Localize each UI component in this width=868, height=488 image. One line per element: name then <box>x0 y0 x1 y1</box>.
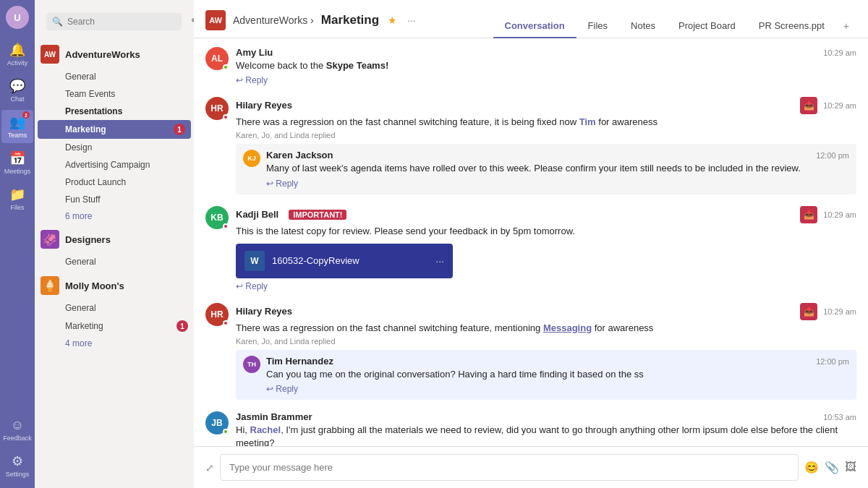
nav-label-activity: Activity <box>7 59 28 67</box>
nested-meta: Karen Jackson 12:00 pm <box>266 150 849 160</box>
channel-marketing-molly[interactable]: Marketing 1 <box>35 317 194 335</box>
nav-label-settings: Settings <box>6 471 30 478</box>
nav-item-chat[interactable]: 💬 Chat <box>1 74 33 107</box>
tab-notes[interactable]: Notes <box>619 14 667 38</box>
share-icon3: 📤 <box>800 303 817 320</box>
message-amyliu: AL Amy Liu 10:29 am Welcome back to the … <box>205 47 856 85</box>
tab-files[interactable]: Files <box>576 14 619 38</box>
replied-by: Karen, Jo, and Linda replied <box>236 131 856 140</box>
emoji-icon[interactable]: 😊 <box>804 461 819 474</box>
meetings-icon: 📅 <box>9 150 25 166</box>
avatar-amyliu: AL <box>205 47 229 70</box>
nav-item-teams[interactable]: 👥 2 Teams <box>1 110 33 143</box>
message-content-hilary2: Hilary Reyes 📤 10:29 am There was a regr… <box>236 303 856 400</box>
message-author: Jasmin Brammer <box>236 411 312 422</box>
team-mollymoon: 🍦 Molly Moon's General Marketing 1 4 mor… <box>35 272 194 351</box>
channel-general-designers[interactable]: General <box>35 253 194 270</box>
nested-avatar-tim: TH <box>243 356 260 373</box>
user-avatar[interactable]: U <box>6 6 29 29</box>
channel-productlaunch[interactable]: Product Launch <box>35 174 194 191</box>
favorite-icon[interactable]: ★ <box>388 14 397 26</box>
message-content-amyliu: Amy Liu 10:29 am Welcome back to the Sky… <box>236 47 856 85</box>
channel-teamevents[interactable]: Team Events <box>35 85 194 103</box>
message-content-kadji: Kadji Bell IMPORTANT! 📤 10:29 am This is… <box>236 206 856 291</box>
reply-button-kadji[interactable]: ↩ Reply <box>236 281 856 291</box>
nested-content: Karen Jackson 12:00 pm Many of last week… <box>266 150 849 188</box>
nested-time-tim: 12:00 pm <box>816 357 849 366</box>
expand-icon[interactable]: ⤢ <box>205 462 214 474</box>
nested-row: TH Tim Hernandez 12:00 pm Can you tag me… <box>243 356 849 394</box>
channel-general-aw[interactable]: General <box>35 68 194 85</box>
message-author: Amy Liu <box>236 47 273 58</box>
giphy-icon[interactable]: 🖼 <box>845 461 856 474</box>
nav-rail: U 🔔 Activity 💬 Chat 👥 2 Teams 📅 Meetings… <box>0 0 35 488</box>
team-header-designers[interactable]: 🦑 Designers <box>35 226 194 253</box>
feedback-icon: ☺ <box>11 418 24 433</box>
team-name-mollymoon: Molly Moon's <box>65 281 124 291</box>
channel-design[interactable]: Design <box>35 139 194 156</box>
teams-badge: 2 <box>22 111 30 119</box>
search-box[interactable]: 🔍 <box>46 13 182 30</box>
nested-reply-tim[interactable]: ↩ Reply <box>266 384 849 394</box>
input-icons: 😊 📎 🖼 <box>804 461 856 474</box>
nav-item-activity[interactable]: 🔔 Activity <box>1 38 33 71</box>
channel-marketing-aw[interactable]: Marketing 1 <box>38 120 191 139</box>
team-header-mollymoon[interactable]: 🍦 Molly Moon's <box>35 272 194 299</box>
reply-button-amyliu[interactable]: ↩ Reply <box>236 75 856 85</box>
tab-conversation[interactable]: Conversation <box>493 14 576 38</box>
message-content-hilary1: Hilary Reyes 📤 10:29 am There was a regr… <box>236 97 856 194</box>
nested-avatar-karen: KJ <box>243 150 260 167</box>
page-title: Marketing <box>321 13 379 27</box>
channel-advertising[interactable]: Advertising Campaign <box>35 156 194 174</box>
nav-label-feedback: Feedback <box>3 435 32 442</box>
attach-icon[interactable]: 📎 <box>825 461 839 474</box>
team-header-adventureworks[interactable]: AW AdventureWorks <box>35 40 194 68</box>
message-content-jasmin: Jasmin Brammer 10:53 am Hi, Rachel, I'm … <box>236 411 856 446</box>
file-attachment[interactable]: W 160532-CopyReview ··· <box>236 244 453 278</box>
message-author: Hilary Reyes <box>236 100 292 111</box>
message-time: 10:29 am <box>823 101 856 110</box>
message-time: 10:29 am <box>823 48 856 57</box>
replied-by2: Karen, Jo, and Linda replied <box>236 337 856 346</box>
nested-author: Karen Jackson <box>266 150 333 160</box>
nested-meta-tim: Tim Hernandez 12:00 pm <box>266 356 849 367</box>
marketing-badge: 1 <box>174 124 185 135</box>
nav-bottom: ☺ Feedback ⚙ Settings <box>1 414 33 488</box>
nested-message-karen: KJ Karen Jackson 12:00 pm Many of last w… <box>236 144 856 194</box>
message-hilaryreyes1: HR Hilary Reyes 📤 10:29 am There was a r… <box>205 97 856 194</box>
message-hilaryreyes2: HR Hilary Reyes 📤 10:29 am There was a r… <box>205 303 856 400</box>
message-meta: Hilary Reyes 📤 10:29 am <box>236 303 856 320</box>
channel-presentations[interactable]: Presentations <box>35 103 194 120</box>
message-text: There was a regression on the fast chann… <box>236 322 856 335</box>
nav-item-meetings[interactable]: 📅 Meetings <box>1 146 33 179</box>
message-row: KB Kadji Bell IMPORTANT! 📤 10:29 am This… <box>205 206 856 291</box>
file-more-icon[interactable]: ··· <box>435 255 444 267</box>
nav-item-feedback[interactable]: ☺ Feedback <box>1 414 33 446</box>
tab-projectboard[interactable]: Project Board <box>667 14 747 38</box>
nested-reply-button[interactable]: ↩ Reply <box>266 179 849 189</box>
nav-label-chat: Chat <box>10 95 24 103</box>
message-row: HR Hilary Reyes 📤 10:29 am There was a r… <box>205 303 856 400</box>
message-row: AL Amy Liu 10:29 am Welcome back to the … <box>205 47 856 85</box>
message-meta: Jasmin Brammer 10:53 am <box>236 411 856 422</box>
message-input[interactable] <box>220 454 799 481</box>
nav-item-settings[interactable]: ⚙ Settings <box>1 449 33 482</box>
more-link-molly[interactable]: 4 more <box>35 335 194 351</box>
tab-prscreens[interactable]: PR Screens.ppt <box>747 14 836 38</box>
status-dot <box>223 64 229 70</box>
nav-item-files[interactable]: 📁 Files <box>1 182 33 215</box>
more-link-aw[interactable]: 6 more <box>35 208 194 224</box>
message-kadjibell: KB Kadji Bell IMPORTANT! 📤 10:29 am This… <box>205 206 856 291</box>
channel-general-molly[interactable]: General <box>35 299 194 317</box>
channel-funstuff[interactable]: Fun Stuff <box>35 191 194 208</box>
nested-text: Many of last week's agenda items have ro… <box>266 162 849 175</box>
message-meta: Amy Liu 10:29 am <box>236 47 856 58</box>
add-tab-button[interactable]: + <box>836 14 856 38</box>
important-badge: IMPORTANT! <box>289 210 346 220</box>
team-name-adventureworks: AdventureWorks <box>65 49 140 60</box>
messages-area: AL Amy Liu 10:29 am Welcome back to the … <box>194 38 868 446</box>
team-logo-adventureworks: AW <box>41 45 59 64</box>
message-author: Kadji Bell <box>236 209 278 220</box>
search-input[interactable] <box>67 17 176 27</box>
more-options-icon[interactable]: ··· <box>407 14 416 26</box>
